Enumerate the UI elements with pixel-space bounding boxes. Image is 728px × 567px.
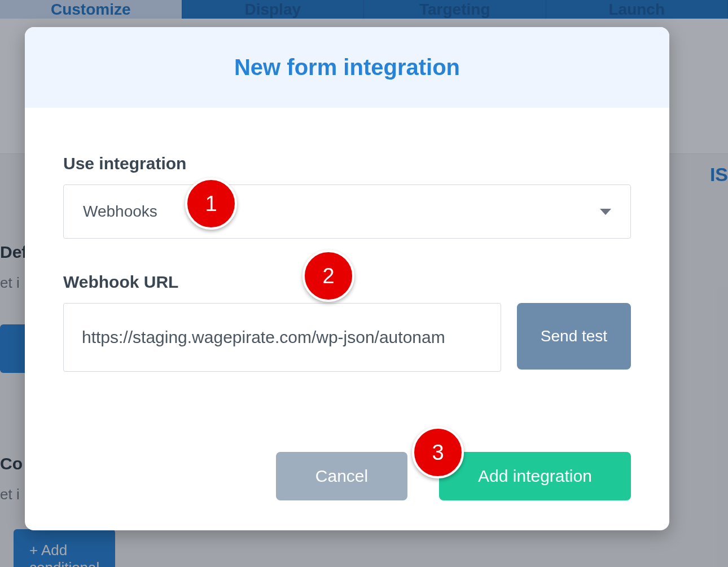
integration-select[interactable]: Webhooks (63, 184, 631, 239)
modal-title: New form integration (234, 55, 460, 80)
integration-select-value: Webhooks (83, 203, 157, 221)
add-integration-button[interactable]: Add integration (439, 452, 631, 500)
annotation-3: 3 (412, 427, 464, 478)
annotation-2: 2 (302, 250, 354, 302)
use-integration-label: Use integration (63, 154, 631, 173)
cancel-button[interactable]: Cancel (276, 452, 407, 500)
chevron-down-icon (600, 209, 611, 215)
use-integration-field: Use integration Webhooks 1 (63, 154, 631, 239)
webhook-url-input[interactable] (63, 303, 501, 372)
send-test-button[interactable]: Send test (517, 303, 631, 370)
annotation-1: 1 (185, 178, 237, 230)
modal-header: New form integration (25, 27, 669, 108)
new-integration-modal: New form integration Use integration Web… (25, 27, 669, 530)
webhook-url-field: Webhook URL Send test 2 (63, 272, 631, 372)
